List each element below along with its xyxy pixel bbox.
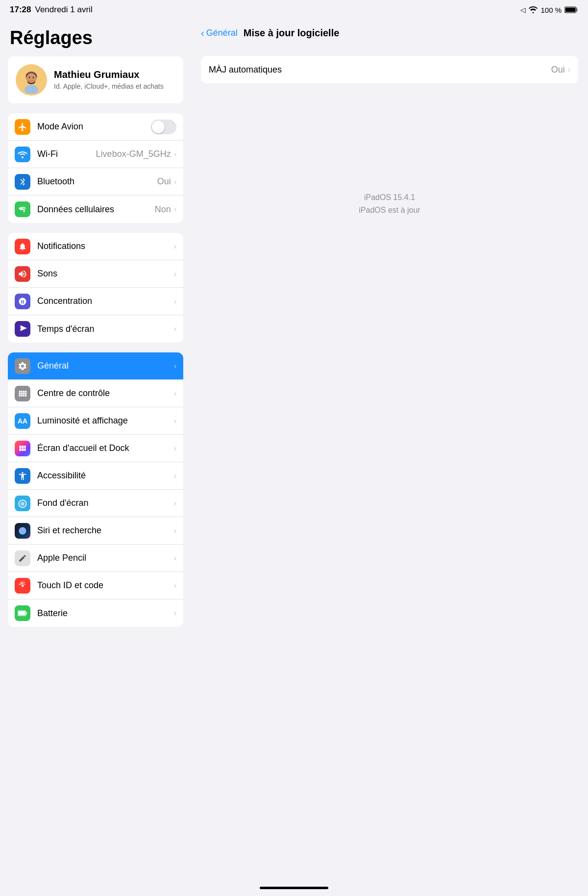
wifi-status-icon: [529, 6, 538, 13]
luminosite-icon: AA: [15, 413, 30, 429]
sidebar: Réglages: [0, 18, 191, 879]
general-label: Général: [37, 361, 174, 371]
avatar: [16, 64, 47, 96]
notif-group: Notifications › Sons › Concentration ›: [8, 233, 183, 343]
sidebar-item-apple-pencil[interactable]: Apple Pencil ›: [8, 545, 183, 572]
bluetooth-label: Bluetooth: [37, 176, 157, 187]
back-label: Général: [206, 28, 238, 38]
maj-automatiques-value: Oui: [551, 65, 565, 75]
home-indicator-bar: [260, 887, 328, 889]
wifi-chevron: ›: [174, 150, 176, 159]
sons-icon: [15, 266, 30, 282]
sidebar-item-notifications[interactable]: Notifications ›: [8, 233, 183, 260]
svg-rect-16: [18, 611, 25, 615]
wifi-label: Wi-Fi: [37, 149, 96, 159]
battery-status: 100 %: [540, 6, 562, 14]
sidebar-item-centre-controle[interactable]: Centre de contrôle ›: [8, 380, 183, 407]
update-version: iPadOS 15.4.1: [364, 191, 415, 204]
notifications-label: Notifications: [37, 241, 174, 251]
ecran-accueil-icon: [15, 441, 30, 456]
notifications-chevron: ›: [174, 242, 176, 251]
sidebar-item-fond-ecran[interactable]: Fond d'écran ›: [8, 490, 183, 517]
sidebar-item-bluetooth[interactable]: Bluetooth Oui ›: [8, 168, 183, 196]
ecran-accueil-chevron: ›: [174, 444, 176, 453]
svg-point-8: [33, 77, 34, 78]
sidebar-item-concentration[interactable]: Concentration ›: [8, 288, 183, 315]
sidebar-item-donnees[interactable]: Données cellulaires Non ›: [8, 196, 183, 223]
maj-automatiques-label: MÀJ automatiques: [209, 65, 551, 75]
battery-icon: [564, 6, 578, 13]
general-icon: [15, 358, 30, 374]
apple-pencil-chevron: ›: [174, 554, 176, 563]
batterie-chevron: ›: [174, 609, 176, 618]
wifi-icon: [15, 147, 30, 162]
svg-rect-1: [577, 8, 578, 11]
temps-ecran-chevron: ›: [174, 324, 176, 333]
status-time: 17:28: [10, 5, 31, 15]
siri-chevron: ›: [174, 526, 176, 535]
sidebar-item-ecran-accueil[interactable]: Écran d'accueil et Dock ›: [8, 435, 183, 462]
bluetooth-chevron: ›: [174, 177, 176, 186]
sidebar-item-general[interactable]: Général ›: [8, 352, 183, 380]
back-button[interactable]: ‹ Général: [201, 27, 238, 39]
fond-ecran-icon: [15, 496, 30, 511]
general-group: Général › Centre de contrôle › AA Lumino…: [8, 352, 183, 627]
donnees-icon: [15, 201, 30, 217]
sidebar-item-mode-avion[interactable]: Mode Avion: [8, 113, 183, 141]
profile-card[interactable]: Mathieu Grumiaux Id. Apple, iCloud+, méd…: [8, 56, 183, 103]
temps-ecran-label: Temps d'écran: [37, 324, 174, 334]
accessibilite-label: Accessibilité: [37, 471, 174, 481]
concentration-label: Concentration: [37, 296, 174, 306]
svg-point-12: [21, 501, 24, 505]
sidebar-item-luminosite[interactable]: AA Luminosité et affichage ›: [8, 407, 183, 435]
svg-point-13: [19, 527, 26, 534]
batterie-label: Batterie: [37, 608, 174, 619]
sidebar-item-touch-id[interactable]: Touch ID et code ›: [8, 572, 183, 599]
wifi-value: Livebox-GM_5GHz: [96, 149, 171, 159]
sidebar-item-accessibilite[interactable]: Accessibilité ›: [8, 462, 183, 490]
sidebar-item-wifi[interactable]: Wi-Fi Livebox-GM_5GHz ›: [8, 141, 183, 168]
svg-point-7: [29, 77, 30, 78]
sidebar-item-sons[interactable]: Sons ›: [8, 260, 183, 288]
sidebar-item-temps-ecran[interactable]: Temps d'écran ›: [8, 315, 183, 343]
bluetooth-icon: [15, 174, 30, 190]
donnees-label: Données cellulaires: [37, 204, 155, 215]
fond-ecran-label: Fond d'écran: [37, 498, 174, 508]
concentration-chevron: ›: [174, 297, 176, 306]
concentration-icon: [15, 294, 30, 309]
luminosite-chevron: ›: [174, 417, 176, 425]
siri-icon: [15, 523, 30, 539]
sidebar-item-batterie[interactable]: Batterie ›: [8, 599, 183, 627]
location-icon: ◁: [520, 6, 526, 14]
mode-avion-label: Mode Avion: [37, 122, 151, 132]
maj-automatiques-row[interactable]: MÀJ automatiques Oui ›: [201, 56, 578, 83]
apple-pencil-label: Apple Pencil: [37, 553, 174, 563]
profile-name: Mathieu Grumiaux: [54, 69, 164, 80]
sidebar-item-siri[interactable]: Siri et recherche ›: [8, 517, 183, 545]
accessibilite-icon: [15, 468, 30, 484]
apple-pencil-icon: [15, 550, 30, 566]
status-bar: 17:28 Vendredi 1 avril ◁ 100 %: [0, 0, 588, 18]
ecran-accueil-label: Écran d'accueil et Dock: [37, 443, 174, 453]
right-content: MÀJ automatiques Oui › iPadOS 15.4.1 iPa…: [191, 48, 588, 879]
status-date: Vendredi 1 avril: [35, 5, 92, 15]
luminosite-label: Luminosité et affichage: [37, 416, 174, 426]
centre-controle-chevron: ›: [174, 389, 176, 398]
touch-id-label: Touch ID et code: [37, 580, 174, 591]
profile-subtitle: Id. Apple, iCloud+, médias et achats: [54, 82, 164, 91]
accessibilite-chevron: ›: [174, 472, 176, 480]
right-header: ‹ Général Mise à jour logicielle: [191, 18, 588, 48]
status-icons: ◁ 100 %: [520, 6, 578, 14]
centre-controle-label: Centre de contrôle: [37, 388, 174, 398]
right-panel-title: Mise à jour logicielle: [244, 27, 340, 39]
mode-avion-toggle[interactable]: [151, 120, 176, 134]
network-group: Mode Avion Wi-Fi Livebox-GM_5GHz › Blue: [8, 113, 183, 223]
update-message: iPadOS est à jour: [359, 204, 420, 217]
donnees-chevron: ›: [174, 205, 176, 214]
touch-id-chevron: ›: [174, 581, 176, 590]
temps-ecran-icon: [15, 321, 30, 337]
centre-controle-icon: [15, 386, 30, 401]
sidebar-title: Réglages: [0, 18, 191, 56]
general-chevron: ›: [174, 362, 176, 371]
svg-rect-2: [565, 8, 576, 12]
